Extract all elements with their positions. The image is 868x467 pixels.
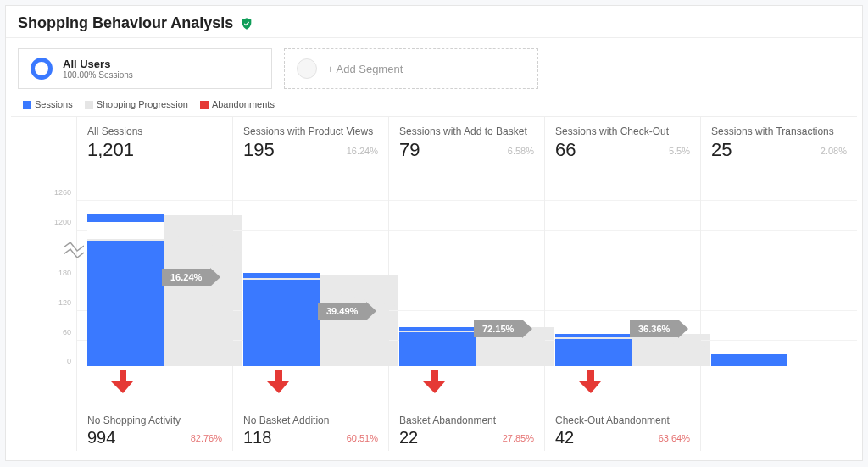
report-header: Shopping Behaviour Analysis [6, 6, 862, 38]
stage-label: Sessions with Product Views [243, 125, 378, 137]
stage-value: 1,201 [87, 139, 222, 161]
y-axis: 0 60 120 180 1200 1260 [11, 117, 77, 451]
add-segment-label: + Add Segment [327, 63, 403, 75]
stage-bar [711, 353, 787, 366]
stage-pct: 16.24% [347, 146, 378, 156]
abandon-pct: 82.76% [191, 433, 222, 443]
legend-item-abandonments: Abandonments [200, 99, 275, 109]
abandon-arrow-icon [111, 370, 135, 397]
legend-item-progression: Shopping Progression [85, 99, 188, 109]
stage-checkout[interactable]: Sessions with Check-Out 66 5.5% 36.36% [545, 117, 701, 451]
abandon-value: 22 [399, 428, 418, 448]
abandon-label: No Basket Addition [243, 414, 378, 426]
stage-bar [87, 214, 164, 366]
y-axis-plot: 0 60 120 180 1200 1260 [11, 168, 76, 366]
stage-product-views[interactable]: Sessions with Product Views 195 16.24% 3… [233, 117, 389, 451]
abandon-value: 118 [243, 428, 271, 448]
segment-title: All Users [63, 58, 133, 70]
legend-item-sessions: Sessions [23, 99, 73, 109]
progress-arrow: 39.49% [318, 302, 376, 320]
abandon-label: Check-Out Abandonment [555, 414, 690, 426]
abandon-value: 994 [87, 428, 115, 448]
funnel-chart: 0 60 120 180 1200 1260 All Sessions 1,20… [11, 116, 857, 451]
add-segment-circle-icon [297, 58, 317, 79]
stage-label: Sessions with Add to Basket [399, 125, 534, 137]
y-tick: 120 [58, 298, 71, 307]
stage-pct: 5.5% [669, 146, 690, 156]
segment-all-users[interactable]: All Users 100.00% Sessions [18, 48, 272, 89]
stage-label: Sessions with Transactions [711, 125, 847, 137]
stage-bar [399, 327, 476, 366]
legend: Sessions Shopping Progression Abandonmen… [6, 96, 862, 116]
stage-pct: 6.58% [508, 146, 534, 156]
stage-transactions[interactable]: Sessions with Transactions 25 2.08% [701, 117, 857, 451]
progress-arrow: 72.15% [474, 320, 532, 338]
abandon-pct: 63.64% [659, 433, 690, 443]
swatch-progression-icon [85, 101, 93, 109]
y-tick: 180 [58, 269, 71, 277]
segment-subtitle: 100.00% Sessions [63, 70, 133, 80]
y-tick: 1200 [54, 218, 71, 226]
segment-ring-icon [31, 58, 53, 80]
progress-arrow: 36.36% [630, 320, 688, 338]
y-tick: 60 [63, 328, 71, 336]
page-title: Shopping Behaviour Analysis [18, 14, 233, 32]
segments-row: All Users 100.00% Sessions + Add Segment [6, 38, 862, 96]
stage-pct: 2.08% [821, 146, 847, 156]
abandon-arrow-icon [423, 370, 447, 397]
progress-arrow: 16.24% [162, 268, 220, 286]
stage-bar [555, 334, 632, 366]
abandon-arrow-icon [579, 370, 603, 397]
abandon-arrow-icon [267, 370, 291, 397]
swatch-sessions-icon [23, 101, 31, 109]
stage-bar [243, 273, 320, 366]
abandon-value: 42 [555, 428, 574, 448]
swatch-abandonments-icon [200, 101, 209, 109]
abandon-pct: 27.85% [503, 433, 534, 443]
stage-label: Sessions with Check-Out [555, 125, 690, 137]
y-tick: 0 [67, 357, 71, 365]
y-tick: 1260 [54, 188, 71, 197]
abandon-label: No Shopping Activity [87, 414, 222, 426]
stage-all-sessions[interactable]: All Sessions 1,201 16.24% [77, 117, 233, 451]
add-segment-button[interactable]: + Add Segment [284, 48, 538, 89]
stage-label: All Sessions [87, 125, 222, 137]
abandon-label: Basket Abandonment [399, 414, 534, 426]
stage-add-to-basket[interactable]: Sessions with Add to Basket 79 6.58% 72.… [389, 117, 545, 451]
verified-shield-icon [240, 17, 253, 31]
report-card: Shopping Behaviour Analysis All Users 10… [5, 5, 863, 461]
abandon-pct: 60.51% [347, 433, 378, 443]
